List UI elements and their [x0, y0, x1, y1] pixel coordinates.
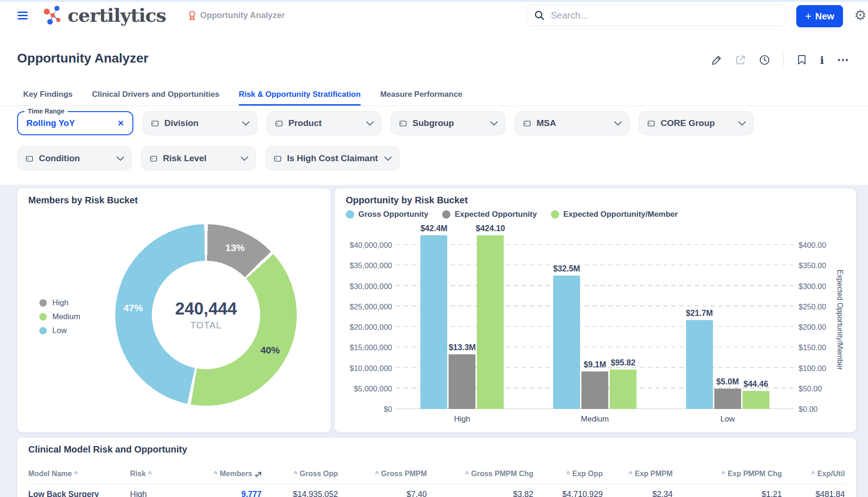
table-header-row: Model Name^Risk^^Members^Gross Opp^Gross…: [28, 470, 845, 478]
bar-expected-opportunity-member-medium[interactable]: $95.82: [610, 370, 637, 409]
dashboard-content: Members by Risk Bucket HighMediumLow 240…: [0, 185, 868, 497]
members-card-title: Members by Risk Bucket: [28, 195, 138, 206]
column-label: Exp Opp: [572, 470, 603, 478]
chevron-down-icon: [384, 157, 392, 161]
filter-subgroup[interactable]: Subgroup: [391, 111, 506, 135]
bar-expected-opportunity-member-high[interactable]: $424.10: [477, 235, 504, 409]
bar-expected-opportunity-member-low[interactable]: $44.46: [743, 391, 769, 409]
opportunity-card-title: Opportunity by Risk Bucket: [346, 195, 468, 206]
bar-gross-opportunity-high[interactable]: $42.4M: [420, 235, 447, 409]
legend-item-expected-opportunity-member: Expected Opportunity/Member: [551, 210, 678, 219]
tab-clinical-drivers-and-opportunities[interactable]: Clinical Drivers and Opportunities: [92, 84, 219, 106]
new-button[interactable]: + New: [796, 5, 843, 27]
more-options-icon[interactable]: ⋯: [837, 57, 849, 63]
legend-item-high: High: [39, 296, 80, 310]
column-header-members[interactable]: ^Members: [200, 470, 262, 478]
right-axis-tick: $300.00: [799, 282, 826, 291]
filter-condition[interactable]: Condition: [17, 146, 132, 170]
filter-core-group[interactable]: CORE Group: [639, 111, 754, 135]
app-badge-label: Opportunity Analyzer: [200, 11, 285, 20]
legend-dot: [39, 299, 47, 307]
category-label-high: High: [396, 415, 529, 424]
cell-exp-util: $481.84: [782, 490, 845, 497]
left-axis-tick: $25,000,000: [350, 302, 392, 311]
legend-item-low: Low: [39, 324, 80, 338]
members-donut-chart[interactable]: 240,444 TOTAL 13%40%47%: [115, 224, 297, 406]
filter-bar: Time Range Rolling YoY ✕ DivisionProduct…: [17, 111, 754, 182]
column-header-risk[interactable]: Risk^: [130, 470, 200, 478]
tag-icon: [150, 119, 160, 128]
time-range-label: Time Range: [25, 107, 68, 115]
external-link-icon[interactable]: [735, 55, 746, 65]
filter-label: MSA: [537, 118, 556, 128]
right-axis-tick: $400.00: [799, 240, 826, 250]
sort-caret-icon: ^: [721, 470, 725, 478]
info-icon[interactable]: i: [820, 54, 824, 66]
search-input[interactable]: [550, 10, 778, 21]
bar-expected-opportunity-medium[interactable]: $9.1M: [581, 371, 608, 409]
tag-icon: [25, 154, 34, 163]
filter-risk-level[interactable]: Risk Level: [141, 146, 256, 170]
right-axis-title: Expected Opportunity/Member: [833, 226, 847, 428]
opportunity-analyzer-app: certilytics Opportunity Analyzer + New ⚙…: [0, 0, 868, 497]
right-axis: $0.00$50.00$100.00$150.00$200.00$250.00$…: [794, 226, 833, 428]
bar-gross-opportunity-medium[interactable]: $32.5M: [553, 276, 580, 409]
column-label: Exp PMPM: [635, 470, 673, 478]
page-title: Opportunity Analyzer: [17, 51, 149, 66]
filter-msa[interactable]: MSA: [515, 111, 630, 135]
column-header-gross-opp[interactable]: ^Gross Opp: [262, 470, 338, 478]
column-header-exp-util[interactable]: ^Exp/Util: [782, 470, 845, 478]
search-box: [526, 5, 786, 26]
bar-value-label: $9.1M: [584, 360, 606, 370]
cell-members[interactable]: 9,777: [200, 490, 262, 497]
column-header-gross-pmpm-chg[interactable]: ^Gross PMPM Chg: [427, 470, 533, 478]
filter-label: Condition: [39, 153, 80, 164]
column-header-exp-opp[interactable]: ^Exp Opp: [533, 470, 603, 478]
category-label-low: Low: [661, 415, 794, 424]
bar-value-label: $44.46: [743, 379, 768, 389]
table-body: Low Back SurgeryHigh9,777$14,935,052$7.4…: [28, 484, 845, 497]
right-axis-tick: $150.00: [799, 343, 826, 352]
filter-label: Product: [288, 118, 322, 128]
certilytics-logo[interactable]: certilytics: [40, 5, 166, 26]
donut-center: 240,444 TOTAL: [152, 261, 260, 369]
left-axis-tick: $30,000,000: [350, 282, 392, 291]
filter-label: Subgroup: [412, 118, 454, 128]
clear-time-range-icon[interactable]: ✕: [118, 119, 124, 128]
filter-is-high-cost-claimant[interactable]: Is High Cost Claimant: [265, 146, 400, 170]
chevron-down-icon: [366, 121, 374, 126]
cell-exp-pmpm: $2.34: [603, 490, 673, 497]
plus-icon: +: [805, 11, 812, 22]
column-header-exp-pmpm[interactable]: ^Exp PMPM: [603, 470, 673, 478]
column-header-gross-pmpm[interactable]: ^Gross PMPM: [338, 470, 427, 478]
bar-expected-opportunity-high[interactable]: $13.3M: [449, 354, 475, 409]
tab-risk-opportunity-stratification[interactable]: Risk & Opportunity Stratification: [239, 84, 361, 106]
column-header-exp-pmpm-chg[interactable]: ^Exp PMPM Chg: [673, 470, 782, 478]
chevron-down-icon: [241, 157, 248, 161]
cell-gross-opp: $14,935,052: [262, 490, 338, 497]
page-action-icons: i ⋯: [712, 53, 849, 67]
bookmark-icon[interactable]: [797, 54, 807, 65]
bar-gross-opportunity-low[interactable]: $21.7M: [686, 320, 713, 409]
legend-label: Medium: [52, 312, 80, 321]
tab-key-findings[interactable]: Key Findings: [23, 84, 73, 106]
tag-icon: [149, 154, 158, 163]
sort-caret-icon: ^: [214, 470, 218, 478]
chevron-down-icon: [490, 121, 498, 126]
right-axis-tick: $250.00: [799, 302, 826, 311]
filter-time-range[interactable]: Time Range Rolling YoY ✕: [17, 111, 133, 135]
filter-division[interactable]: Division: [143, 111, 257, 135]
bar-value-label: $95.82: [611, 358, 636, 368]
column-label: Members: [220, 470, 252, 478]
settings-gear-icon[interactable]: ⚙: [854, 8, 867, 22]
tab-measure-performance[interactable]: Measure Performance: [380, 84, 462, 106]
column-header-model-name[interactable]: Model Name^: [28, 470, 130, 478]
edit-pencil-icon[interactable]: [712, 55, 722, 65]
cell-exp-pmpm-chg: $1.21: [673, 490, 782, 497]
bar-expected-opportunity-low[interactable]: $5.0M: [714, 389, 741, 409]
sort-caret-icon: ^: [148, 470, 152, 478]
menu-icon[interactable]: [18, 12, 28, 19]
history-clock-icon[interactable]: [759, 54, 770, 66]
filter-product[interactable]: Product: [267, 111, 381, 135]
bar-value-label: $5.0M: [716, 377, 739, 387]
